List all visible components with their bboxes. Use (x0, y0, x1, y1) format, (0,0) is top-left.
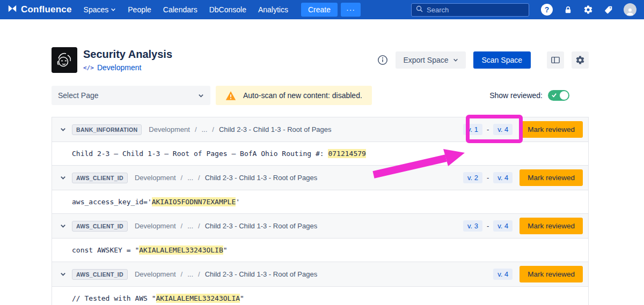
finding-type-badge: BANK_INFORMATION (72, 124, 142, 135)
snippet-highlight: AKIALALEMEL33243OLIB (139, 246, 223, 255)
mark-reviewed-button[interactable]: Mark reviewed (519, 266, 583, 282)
mark-reviewed-button[interactable]: Mark reviewed (519, 218, 583, 234)
breadcrumb-page-link[interactable]: Child 2-3 - Child 1-3 - Root of Pages (205, 222, 318, 230)
help-icon[interactable]: ? (541, 4, 553, 16)
nav-item-label: Spaces (84, 5, 109, 14)
findings-list: BANK_INFORMATION Development / ... / Chi… (52, 117, 589, 305)
mark-reviewed-button[interactable]: Mark reviewed (519, 169, 583, 186)
nav-item-analytics[interactable]: Analytics (258, 5, 288, 14)
breadcrumb: Development / ... / Child 2-3 - Child 1-… (135, 270, 317, 278)
finding-snippet: // Tested with AWS "AKIALALEMEL33243OLIA… (52, 287, 588, 305)
version-range: v. 2 - v. 4 (463, 172, 513, 183)
version-to-link[interactable]: v. 4 (493, 124, 513, 135)
collapse-chevron-icon[interactable] (58, 270, 68, 279)
breadcrumb-ellipsis[interactable]: ... (187, 174, 193, 182)
space-link-development[interactable]: Development (97, 63, 142, 72)
nav-item-label: Calendars (163, 5, 197, 14)
nav-item-dbconsole[interactable]: DbConsole (209, 5, 246, 14)
breadcrumb-ellipsis[interactable]: ... (187, 222, 193, 230)
export-space-label: Export Space (403, 56, 448, 64)
gear-icon (575, 55, 585, 65)
version-from-link[interactable]: v. 2 (463, 172, 482, 183)
version-to-link[interactable]: v. 4 (493, 269, 513, 280)
space-avatar (52, 47, 77, 73)
finding-type-badge: AWS_CLIENT_ID (72, 221, 128, 232)
collapse-chevron-icon[interactable] (58, 173, 68, 182)
breadcrumb-page-link[interactable]: Child 2-3 - Child 1-3 - Root of Pages (219, 125, 332, 133)
global-search[interactable] (411, 3, 529, 17)
page-title: Security Analysis (83, 48, 172, 61)
breadcrumb-separator: / (181, 270, 183, 278)
top-navigation: Confluence Spaces People Calendars DbCon… (0, 0, 644, 19)
version-dash: - (487, 174, 489, 182)
breadcrumb-page-link[interactable]: Child 2-3 - Child 1-3 - Root of Pages (205, 270, 318, 278)
version-from-link[interactable]: v. 1 (463, 124, 482, 135)
brand-name: Confluence (21, 4, 72, 15)
check-icon (551, 92, 557, 98)
space-settings-button[interactable] (572, 51, 589, 69)
autoscan-warning-banner: Auto-scan of new content: disabled. (216, 86, 372, 105)
more-actions-button[interactable]: ··· (341, 3, 361, 17)
confluence-brand[interactable]: Confluence (8, 4, 72, 16)
breadcrumb-separator: / (195, 125, 197, 133)
show-reviewed-control: Show reviewed: (489, 90, 589, 101)
chevron-down-icon (453, 57, 458, 63)
finding-snippet: aws_access_key_id='AKIAIO5FODNN7EXAMPLE' (52, 190, 588, 213)
main-content: Security Analysis </> Development Export… (0, 47, 644, 305)
version-to-link[interactable]: v. 4 (493, 172, 513, 183)
snippet-text: Child 2-3 – Child 1-3 – Root of Pages – … (72, 150, 328, 158)
breadcrumb: Development / ... / Child 2-3 - Child 1-… (135, 222, 317, 230)
version-to-link[interactable]: v. 4 (493, 220, 513, 232)
search-input[interactable] (427, 6, 524, 14)
breadcrumb-space-link[interactable]: Development (135, 270, 176, 278)
show-reviewed-toggle[interactable] (548, 90, 569, 101)
tag-icon[interactable] (604, 5, 613, 14)
breadcrumb-separator: / (198, 174, 200, 182)
snippet-text: ' (236, 198, 240, 206)
collapse-chevron-icon[interactable] (58, 221, 68, 230)
sidebar-layout-icon (551, 55, 560, 65)
finding-header: AWS_CLIENT_ID Development / ... / Child … (52, 214, 588, 239)
user-avatar[interactable] (624, 3, 636, 16)
snippet-text: aws_access_key_id=' (72, 198, 152, 206)
create-button[interactable]: Create (301, 3, 338, 17)
nav-item-label: Analytics (258, 5, 288, 14)
breadcrumb-ellipsis[interactable]: ... (187, 270, 193, 278)
chevron-down-icon (111, 7, 116, 12)
finding-card: BANK_INFORMATION Development / ... / Chi… (52, 117, 589, 166)
nav-item-spaces[interactable]: Spaces (84, 5, 116, 14)
breadcrumb: Development / ... / Child 2-3 - Child 1-… (149, 125, 331, 133)
export-space-button[interactable]: Export Space (396, 51, 465, 69)
breadcrumb-space-link[interactable]: Development (135, 222, 176, 230)
finding-type-badge: AWS_CLIENT_ID (72, 173, 128, 183)
nav-item-calendars[interactable]: Calendars (163, 5, 197, 14)
snippet-highlight: 071214579 (328, 149, 365, 158)
lock-icon[interactable] (564, 5, 573, 14)
version-dash: - (487, 125, 489, 133)
finding-header: AWS_CLIENT_ID Development / ... / Child … (52, 166, 588, 190)
breadcrumb-space-link[interactable]: Development (135, 174, 176, 182)
select-page-label: Select Page (58, 91, 99, 100)
collapse-chevron-icon[interactable] (58, 125, 68, 134)
finding-header: AWS_CLIENT_ID Development / ... / Child … (52, 262, 588, 287)
breadcrumb: Development / ... / Child 2-3 - Child 1-… (135, 174, 317, 182)
version-range: v. 1 - v. 4 (463, 124, 513, 135)
confluence-logo-icon (8, 4, 17, 16)
finding-card: AWS_CLIENT_ID Development / ... / Child … (52, 213, 589, 262)
snippet-text: const AWSKEY = " (72, 246, 139, 254)
nav-icon-group: ? (541, 3, 636, 16)
select-page-dropdown[interactable]: Select Page (52, 86, 210, 105)
info-icon[interactable] (377, 55, 388, 65)
finding-card: AWS_CLIENT_ID Development / ... / Child … (52, 165, 589, 214)
controls-row: Select Page Auto-scan of new content: di… (52, 86, 589, 105)
nav-item-people[interactable]: People (128, 5, 151, 14)
search-icon (416, 5, 423, 14)
breadcrumb-page-link[interactable]: Child 2-3 - Child 1-3 - Root of Pages (205, 174, 318, 182)
version-from-link[interactable]: v. 3 (463, 220, 482, 232)
mark-reviewed-button[interactable]: Mark reviewed (519, 121, 583, 138)
breadcrumb-space-link[interactable]: Development (149, 125, 190, 133)
breadcrumb-ellipsis[interactable]: ... (202, 125, 208, 133)
scan-space-button[interactable]: Scan Space (473, 51, 531, 69)
sidebar-toggle-button[interactable] (547, 51, 564, 69)
gear-icon[interactable] (583, 5, 593, 14)
